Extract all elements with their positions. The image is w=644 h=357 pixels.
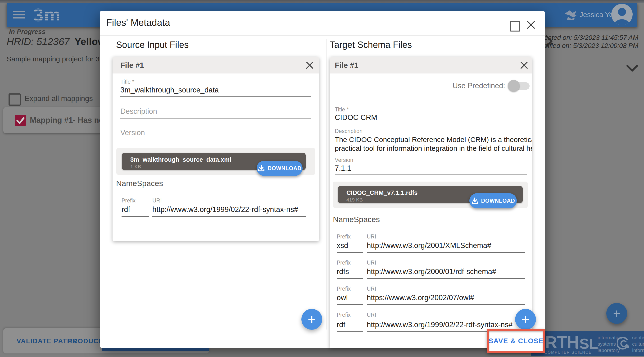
maximize-icon[interactable]: [510, 21, 520, 32]
source-title-label: Title *: [120, 79, 134, 85]
target-card-title: File #1: [335, 61, 358, 70]
target-ns-prefix-input[interactable]: xsd: [337, 241, 348, 250]
target-ns-prefix-underline: [337, 304, 363, 305]
background-add-button[interactable]: +: [606, 303, 627, 324]
dialog-close-icon[interactable]: [526, 20, 535, 29]
target-card-header: [330, 57, 532, 74]
isl-logo: iSL: [575, 335, 598, 352]
chevron-down-icon[interactable]: [626, 65, 638, 72]
target-description-input[interactable]: The CIDOC Conceptual Reference Model (CR…: [335, 135, 527, 153]
source-card-close-icon[interactable]: [305, 61, 314, 70]
download-icon: [471, 197, 478, 204]
toggle-knob: [508, 80, 520, 92]
app-logo-text: 3m: [33, 5, 61, 25]
project-description: Sample mapping project for 3m tu: [7, 55, 113, 63]
origami-bird-icon[interactable]: [563, 10, 578, 22]
source-card-title: File #1: [120, 61, 144, 70]
source-description-input[interactable]: Description: [120, 107, 157, 116]
save-close-highlight: SAVE & CLOSE: [488, 329, 545, 353]
target-ns-uri-label: URI: [367, 233, 376, 240]
save-close-button[interactable]: SAVE & CLOSE: [489, 331, 543, 351]
source-file-chip: 3m_walkthrough_source_data.xml 1 KB DOWN…: [116, 148, 315, 175]
cci-line: cultural: [632, 341, 644, 347]
target-title-input[interactable]: CIDOC CRM: [335, 113, 377, 122]
target-ns-prefix-input[interactable]: rdfs: [337, 267, 349, 276]
source-title-input[interactable]: 3m_walkthrough_source_data: [120, 86, 219, 94]
target-ns-uri-underline: [367, 252, 525, 253]
target-ns-uri-input[interactable]: https://www.w3.org/2002/07/owl#: [367, 293, 474, 302]
target-files-heading: Target Schema Files: [330, 40, 412, 50]
target-description-label: Description: [335, 128, 362, 134]
source-namespaces-heading: NameSpaces: [116, 179, 163, 188]
source-add-namespace-button[interactable]: +: [302, 309, 322, 330]
target-namespaces-heading: NameSpaces: [333, 215, 380, 224]
person-icon: [611, 4, 633, 25]
target-description-line2: practical tool for information integrati…: [335, 144, 527, 153]
source-file-name: 3m_walkthrough_source_data.xml: [130, 156, 231, 163]
source-ns-uri-underline: [152, 216, 306, 217]
source-download-button[interactable]: DOWNLOAD: [256, 161, 302, 176]
target-ns-uri-input[interactable]: http://www.w3.org/1999/02/22-rdf-syntax-…: [367, 320, 512, 329]
target-add-namespace-button[interactable]: +: [515, 309, 536, 330]
target-version-label: Version: [335, 157, 353, 163]
target-ns-prefix-label: Prefix: [337, 312, 351, 318]
target-description-line1: The CIDOC Conceptual Reference Model (CR…: [335, 135, 527, 144]
target-ns-prefix-underline: [337, 331, 363, 332]
target-file-size: 419 KB: [346, 197, 363, 203]
target-download-button[interactable]: DOWNLOAD: [470, 193, 517, 208]
cci-line: informatics: [632, 347, 644, 353]
timestamps: Created on: 5/3/2023 11:45:57 AM Modifie…: [535, 34, 638, 50]
created-on: Created on: 5/3/2023 11:45:57 AM: [535, 34, 638, 42]
target-card-close-icon[interactable]: [519, 61, 529, 70]
source-ns-prefix-underline: [122, 216, 149, 217]
menu-icon[interactable]: [13, 11, 25, 19]
column-divider: [326, 39, 327, 329]
target-ns-uri-underline: [367, 304, 525, 305]
files-metadata-dialog: Files' Metadata Source Input Files Targe…: [100, 11, 545, 348]
source-download-label: DOWNLOAD: [268, 165, 302, 172]
target-ns-uri-input[interactable]: http://www.w3.org/2001/XMLSchema#: [367, 241, 492, 250]
cci-ring-logo: [617, 337, 630, 350]
source-files-heading: Source Input Files: [116, 40, 188, 50]
target-ns-prefix-label: Prefix: [337, 233, 351, 240]
source-title-underline: [120, 96, 311, 97]
target-download-label: DOWNLOAD: [481, 198, 515, 204]
target-version-underline: [335, 174, 527, 175]
target-ns-prefix-input[interactable]: rdf: [337, 320, 345, 329]
background-navy-strip: [102, 348, 209, 351]
mapping-checkbox[interactable]: [15, 115, 26, 126]
avatar[interactable]: [611, 4, 633, 25]
user-name[interactable]: Jessica Ye: [580, 11, 613, 19]
target-ns-prefix-label: Prefix: [337, 260, 351, 266]
project-status: In Progress: [9, 28, 46, 36]
target-description-underline: [335, 153, 527, 153]
target-ns-prefix-label: Prefix: [337, 286, 351, 292]
predefined-divider: [330, 98, 532, 98]
target-file-chip: CIDOC_CRM_v7.1.1.rdfs 419 KB DOWNLOAD: [333, 182, 528, 208]
cci-text: center of cultural informatics: [632, 334, 644, 353]
target-ns-prefix-underline: [337, 252, 363, 253]
use-predefined-toggle[interactable]: [508, 79, 530, 92]
target-title-underline: [335, 124, 527, 124]
source-ns-prefix-label: Prefix: [122, 197, 136, 204]
download-icon: [258, 165, 265, 172]
source-version-input[interactable]: Version: [120, 129, 145, 137]
title-divider: [100, 35, 545, 36]
cci-line: center of: [632, 334, 644, 341]
source-description-underline: [120, 118, 311, 119]
forth-logo: RTH: [545, 335, 578, 349]
expand-all-label: Expand all mappings: [25, 94, 93, 103]
expand-all-checkbox[interactable]: [8, 93, 21, 106]
save-close-label: SAVE & CLOSE: [488, 337, 544, 345]
target-ns-uri-label: URI: [367, 312, 376, 318]
source-ns-uri-input[interactable]: http://www.w3.org/1999/02/22-rdf-syntax-…: [152, 205, 298, 214]
source-ns-prefix-input[interactable]: rdf: [122, 205, 130, 214]
forth-logo-text: RTH: [545, 333, 578, 352]
dialog-title: Files' Metadata: [106, 17, 170, 28]
app-logo[interactable]: 3m: [33, 4, 69, 25]
target-ns-prefix-input[interactable]: owl: [337, 293, 348, 302]
footer-bar: RTH COMPUTER SCIENCE iSL information sys…: [531, 331, 644, 356]
source-file-card: File #1 Title * 3m_walkthrough_source_da…: [112, 57, 319, 241]
target-ns-uri-input[interactable]: http://www.w3.org/2000/01/rdf-schema#: [367, 267, 496, 276]
target-version-input[interactable]: 7.1.1: [335, 164, 351, 173]
